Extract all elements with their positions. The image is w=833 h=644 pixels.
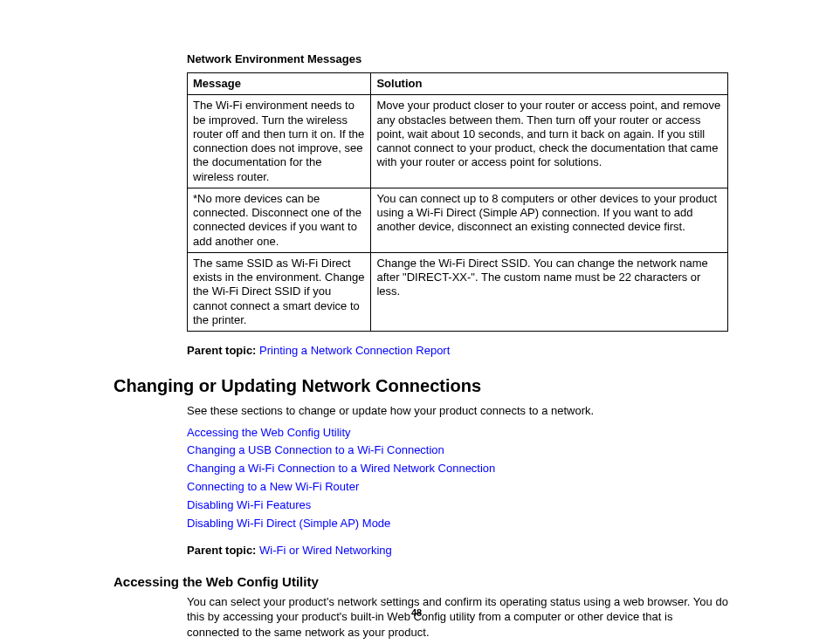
table-title: Network Environment Messages: [187, 52, 728, 65]
parent-topic-label: Parent topic:: [187, 344, 256, 357]
table-row: The Wi-Fi environment needs to be improv…: [188, 95, 728, 188]
table-row: The same SSID as Wi-Fi Direct exists in …: [188, 252, 728, 331]
topic-link[interactable]: Disabling Wi-Fi Direct (Simple AP) Mode: [187, 517, 728, 531]
network-messages-table: Message Solution The Wi-Fi environment n…: [187, 72, 728, 332]
section-intro: See these sections to change or update h…: [187, 403, 728, 419]
cell-message: The Wi-Fi environment needs to be improv…: [188, 95, 371, 188]
parent-topic-label: Parent topic:: [187, 544, 256, 557]
cell-solution: Move your product closer to your router …: [371, 95, 728, 188]
topic-link[interactable]: Accessing the Web Config Utility: [187, 426, 728, 441]
cell-solution: Change the Wi-Fi Direct SSID. You can ch…: [371, 252, 728, 331]
table-row: *No more devices can be connected. Disco…: [188, 188, 728, 252]
topic-link[interactable]: Disabling Wi-Fi Features: [187, 498, 728, 513]
cell-solution: You can connect up to 8 computers or oth…: [371, 188, 728, 252]
topic-link[interactable]: Changing a Wi-Fi Connection to a Wired N…: [187, 462, 728, 476]
header-message: Message: [188, 73, 371, 95]
header-solution: Solution: [371, 73, 728, 95]
parent-topic: Parent topic: Printing a Network Connect…: [187, 344, 728, 357]
topic-link-list: Accessing the Web Config Utility Changin…: [187, 426, 728, 531]
cell-message: The same SSID as Wi-Fi Direct exists in …: [188, 252, 371, 331]
page-number: 48: [0, 607, 833, 618]
section-heading: Changing or Updating Network Connections: [114, 376, 728, 396]
subsection-heading: Accessing the Web Config Utility: [114, 574, 728, 589]
table-header-row: Message Solution: [188, 73, 728, 95]
parent-topic-link[interactable]: Wi-Fi or Wired Networking: [259, 544, 392, 557]
parent-topic-link[interactable]: Printing a Network Connection Report: [259, 344, 450, 357]
document-page: Network Environment Messages Message Sol…: [0, 0, 833, 644]
topic-link[interactable]: Changing a USB Connection to a Wi-Fi Con…: [187, 443, 728, 458]
cell-message: *No more devices can be connected. Disco…: [188, 188, 371, 252]
topic-link[interactable]: Connecting to a New Wi-Fi Router: [187, 480, 728, 495]
table-section: Network Environment Messages Message Sol…: [187, 52, 728, 357]
section-body: See these sections to change or update h…: [187, 403, 728, 557]
parent-topic: Parent topic: Wi-Fi or Wired Networking: [187, 544, 728, 557]
